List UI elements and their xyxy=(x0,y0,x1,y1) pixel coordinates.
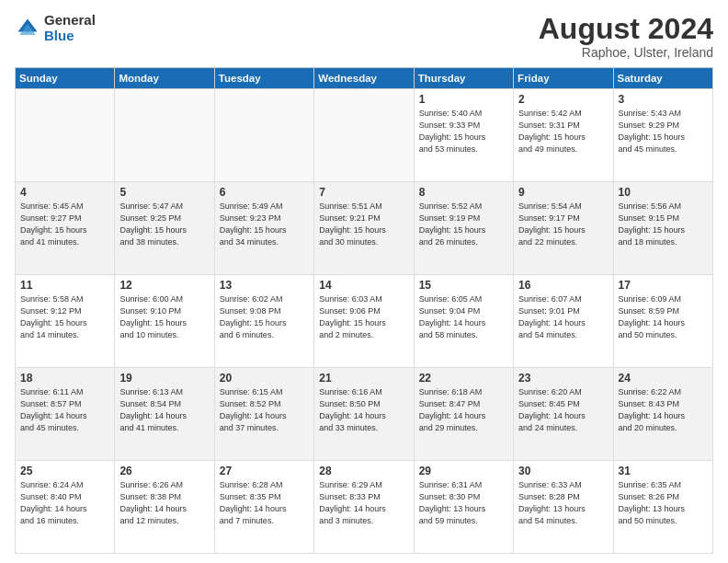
weekday-header-cell: Wednesday xyxy=(314,68,414,89)
day-info: Sunrise: 6:33 AM Sunset: 8:28 PM Dayligh… xyxy=(518,479,608,527)
calendar-cell: 28Sunrise: 6:29 AM Sunset: 8:33 PM Dayli… xyxy=(314,461,414,554)
day-number: 24 xyxy=(619,372,708,385)
calendar-cell: 15Sunrise: 6:05 AM Sunset: 9:04 PM Dayli… xyxy=(414,275,513,368)
day-number: 29 xyxy=(419,465,508,477)
day-info: Sunrise: 6:28 AM Sunset: 8:35 PM Dayligh… xyxy=(220,479,309,527)
day-number: 25 xyxy=(20,465,109,477)
day-number: 10 xyxy=(619,186,708,199)
calendar-cell: 17Sunrise: 6:09 AM Sunset: 8:59 PM Dayli… xyxy=(613,275,712,368)
calendar-row: 4Sunrise: 5:45 AM Sunset: 9:27 PM Daylig… xyxy=(16,182,713,275)
day-info: Sunrise: 6:35 AM Sunset: 8:26 PM Dayligh… xyxy=(619,479,708,527)
day-number: 12 xyxy=(119,279,209,292)
calendar-cell: 30Sunrise: 6:33 AM Sunset: 8:28 PM Dayli… xyxy=(514,461,613,554)
day-number: 19 xyxy=(119,372,209,385)
calendar-cell: 1Sunrise: 5:40 AM Sunset: 9:33 PM Daylig… xyxy=(414,89,513,182)
calendar-cell: 20Sunrise: 6:15 AM Sunset: 8:52 PM Dayli… xyxy=(214,368,313,461)
day-number: 14 xyxy=(319,279,408,292)
calendar-cell xyxy=(314,89,414,182)
day-number: 6 xyxy=(220,186,309,199)
calendar-cell: 29Sunrise: 6:31 AM Sunset: 8:30 PM Dayli… xyxy=(414,461,513,554)
day-number: 5 xyxy=(119,186,209,199)
weekday-header-cell: Friday xyxy=(514,68,613,89)
day-info: Sunrise: 5:52 AM Sunset: 9:19 PM Dayligh… xyxy=(419,201,508,248)
calendar-cell: 14Sunrise: 6:03 AM Sunset: 9:06 PM Dayli… xyxy=(314,275,414,368)
day-number: 28 xyxy=(319,465,408,477)
day-number: 20 xyxy=(220,372,309,385)
day-number: 8 xyxy=(419,186,508,199)
calendar-row: 1Sunrise: 5:40 AM Sunset: 9:33 PM Daylig… xyxy=(16,89,713,182)
day-number: 2 xyxy=(518,93,608,106)
calendar-cell: 27Sunrise: 6:28 AM Sunset: 8:35 PM Dayli… xyxy=(214,461,313,554)
day-info: Sunrise: 5:45 AM Sunset: 9:27 PM Dayligh… xyxy=(20,201,109,248)
calendar-cell: 3Sunrise: 5:43 AM Sunset: 9:29 PM Daylig… xyxy=(613,89,712,182)
calendar-cell: 16Sunrise: 6:07 AM Sunset: 9:01 PM Dayli… xyxy=(514,275,613,368)
logo-icon xyxy=(15,16,40,41)
calendar-cell: 26Sunrise: 6:26 AM Sunset: 8:38 PM Dayli… xyxy=(115,461,214,554)
day-number: 1 xyxy=(419,93,508,106)
calendar-cell: 9Sunrise: 5:54 AM Sunset: 9:17 PM Daylig… xyxy=(514,182,613,275)
day-number: 31 xyxy=(619,465,708,477)
day-info: Sunrise: 6:20 AM Sunset: 8:45 PM Dayligh… xyxy=(518,386,608,434)
weekday-header-cell: Sunday xyxy=(16,68,115,89)
day-number: 23 xyxy=(518,372,608,385)
day-number: 22 xyxy=(419,372,508,385)
day-number: 27 xyxy=(220,465,309,477)
calendar-cell: 18Sunrise: 6:11 AM Sunset: 8:57 PM Dayli… xyxy=(16,368,115,461)
calendar-cell: 2Sunrise: 5:42 AM Sunset: 9:31 PM Daylig… xyxy=(514,89,613,182)
calendar-cell: 22Sunrise: 6:18 AM Sunset: 8:47 PM Dayli… xyxy=(414,368,513,461)
calendar-cell: 21Sunrise: 6:16 AM Sunset: 8:50 PM Dayli… xyxy=(314,368,414,461)
calendar-row: 25Sunrise: 6:24 AM Sunset: 8:40 PM Dayli… xyxy=(16,461,713,554)
day-number: 7 xyxy=(319,186,408,199)
calendar-cell: 12Sunrise: 6:00 AM Sunset: 9:10 PM Dayli… xyxy=(115,275,214,368)
day-number: 18 xyxy=(20,372,109,385)
day-info: Sunrise: 6:26 AM Sunset: 8:38 PM Dayligh… xyxy=(119,479,209,527)
day-info: Sunrise: 5:51 AM Sunset: 9:21 PM Dayligh… xyxy=(319,201,408,248)
day-info: Sunrise: 5:42 AM Sunset: 9:31 PM Dayligh… xyxy=(518,108,608,155)
day-number: 21 xyxy=(319,372,408,385)
day-info: Sunrise: 6:24 AM Sunset: 8:40 PM Dayligh… xyxy=(20,479,109,527)
day-info: Sunrise: 5:43 AM Sunset: 9:29 PM Dayligh… xyxy=(619,108,708,155)
day-info: Sunrise: 5:56 AM Sunset: 9:15 PM Dayligh… xyxy=(619,201,708,248)
day-info: Sunrise: 6:29 AM Sunset: 8:33 PM Dayligh… xyxy=(319,479,408,527)
day-info: Sunrise: 6:13 AM Sunset: 8:54 PM Dayligh… xyxy=(119,386,209,434)
day-info: Sunrise: 6:31 AM Sunset: 8:30 PM Dayligh… xyxy=(419,479,508,527)
calendar-row: 11Sunrise: 5:58 AM Sunset: 9:12 PM Dayli… xyxy=(16,275,713,368)
day-info: Sunrise: 6:16 AM Sunset: 8:50 PM Dayligh… xyxy=(319,386,408,434)
day-info: Sunrise: 5:54 AM Sunset: 9:17 PM Dayligh… xyxy=(518,201,608,248)
calendar-cell: 23Sunrise: 6:20 AM Sunset: 8:45 PM Dayli… xyxy=(514,368,613,461)
title-block: August 2024 Raphoe, Ulster, Ireland xyxy=(539,13,713,60)
calendar-cell: 25Sunrise: 6:24 AM Sunset: 8:40 PM Dayli… xyxy=(16,461,115,554)
calendar-body: 1Sunrise: 5:40 AM Sunset: 9:33 PM Daylig… xyxy=(16,89,713,554)
calendar-cell: 31Sunrise: 6:35 AM Sunset: 8:26 PM Dayli… xyxy=(613,461,712,554)
day-info: Sunrise: 5:47 AM Sunset: 9:25 PM Dayligh… xyxy=(119,201,209,248)
logo: General Blue xyxy=(15,13,96,43)
calendar-cell: 19Sunrise: 6:13 AM Sunset: 8:54 PM Dayli… xyxy=(115,368,214,461)
weekday-header-row: SundayMondayTuesdayWednesdayThursdayFrid… xyxy=(16,68,713,89)
calendar-cell xyxy=(16,89,115,182)
logo-text: General Blue xyxy=(44,13,96,43)
calendar-cell: 5Sunrise: 5:47 AM Sunset: 9:25 PM Daylig… xyxy=(115,182,214,275)
day-info: Sunrise: 6:00 AM Sunset: 9:10 PM Dayligh… xyxy=(119,293,209,341)
calendar-cell: 13Sunrise: 6:02 AM Sunset: 9:08 PM Dayli… xyxy=(214,275,313,368)
day-number: 17 xyxy=(619,279,708,292)
calendar-table: SundayMondayTuesdayWednesdayThursdayFrid… xyxy=(15,67,713,554)
day-info: Sunrise: 6:15 AM Sunset: 8:52 PM Dayligh… xyxy=(220,386,309,434)
header: General Blue August 2024 Raphoe, Ulster,… xyxy=(15,13,713,60)
calendar-cell: 7Sunrise: 5:51 AM Sunset: 9:21 PM Daylig… xyxy=(314,182,414,275)
page: General Blue August 2024 Raphoe, Ulster,… xyxy=(0,0,728,563)
day-info: Sunrise: 5:58 AM Sunset: 9:12 PM Dayligh… xyxy=(20,293,109,341)
calendar-cell: 6Sunrise: 5:49 AM Sunset: 9:23 PM Daylig… xyxy=(214,182,313,275)
day-number: 4 xyxy=(20,186,109,199)
day-info: Sunrise: 6:18 AM Sunset: 8:47 PM Dayligh… xyxy=(419,386,508,434)
day-info: Sunrise: 6:09 AM Sunset: 8:59 PM Dayligh… xyxy=(619,293,708,341)
day-number: 16 xyxy=(518,279,608,292)
weekday-header-cell: Saturday xyxy=(613,68,712,89)
day-info: Sunrise: 6:05 AM Sunset: 9:04 PM Dayligh… xyxy=(419,293,508,341)
day-number: 13 xyxy=(220,279,309,292)
calendar-cell: 10Sunrise: 5:56 AM Sunset: 9:15 PM Dayli… xyxy=(613,182,712,275)
day-number: 9 xyxy=(518,186,608,199)
logo-blue: Blue xyxy=(44,29,96,44)
weekday-header-cell: Monday xyxy=(115,68,214,89)
day-info: Sunrise: 6:07 AM Sunset: 9:01 PM Dayligh… xyxy=(518,293,608,341)
day-info: Sunrise: 5:40 AM Sunset: 9:33 PM Dayligh… xyxy=(419,108,508,155)
